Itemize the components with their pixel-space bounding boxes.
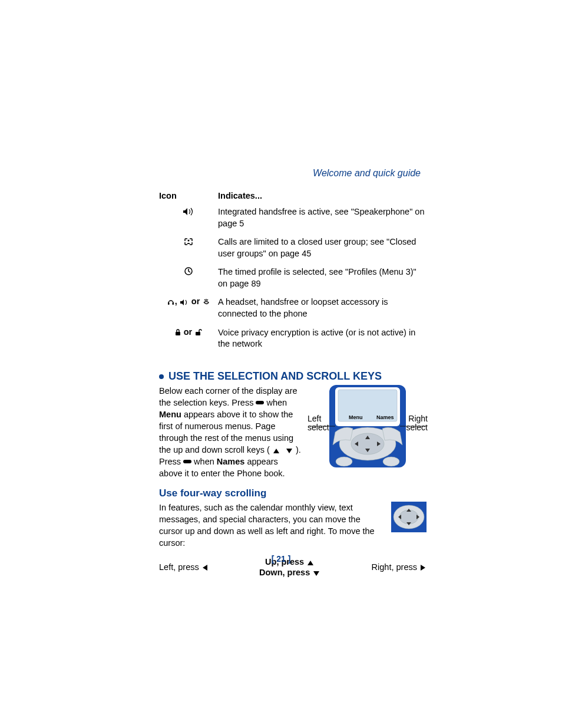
section-heading: USE THE SELECTION AND SCROLL KEYS (159, 370, 427, 383)
svg-point-17 (336, 457, 352, 466)
section2-paragraph: In features, such as the calendar monthl… (159, 502, 384, 549)
left-select-label-2: select (308, 423, 329, 432)
page-number: [ 21 ] (0, 554, 562, 564)
loopset-icon (202, 298, 210, 306)
desc-speaker: Integrated handsfree is active, see "Spe… (218, 203, 427, 233)
screen-menu-label: Menu (349, 414, 363, 420)
down-arrow-icon (286, 449, 292, 453)
desc-privacy: Voice privacy encryption is active (or i… (218, 324, 427, 354)
clock-icon (184, 266, 193, 276)
svg-rect-5 (196, 332, 200, 335)
desc-clock: The timed profile is selected, see "Prof… (218, 263, 427, 293)
subsection-heading: Use four-way scrolling (159, 487, 427, 499)
dpad-figure (391, 502, 427, 534)
svg-point-21 (399, 510, 418, 524)
screen-names-label: Names (376, 414, 394, 420)
svg-rect-4 (176, 332, 180, 335)
handsfree-icon (180, 299, 189, 306)
left-select-label-1: Left (308, 414, 329, 423)
desc-accessory: A headset, handsfree or loopset accessor… (218, 293, 427, 323)
sep-or-2: or (181, 327, 195, 337)
dir-down: Down, press (259, 568, 320, 577)
left-arrow-icon (203, 565, 207, 571)
dir-right: Right, press (372, 562, 427, 572)
right-select-label-2: select (406, 423, 428, 432)
svg-point-18 (383, 457, 399, 466)
sep-or: or (189, 297, 203, 306)
soft-key-icon (256, 401, 264, 404)
speaker-icon (183, 207, 194, 216)
up-arrow-icon (273, 449, 279, 453)
phone-figure: Menu Names Left se (309, 385, 427, 479)
th-icon: Icon (159, 189, 218, 203)
unlock-icon (194, 328, 203, 337)
svg-rect-3 (172, 302, 174, 305)
sep-comma: , (175, 297, 180, 306)
table-row: or Voice privacy encryption is active (o… (159, 324, 427, 354)
right-select-label-1: Right (406, 414, 428, 423)
icon-table: Icon Indicates... Integrated handsfree i… (159, 189, 427, 354)
running-header: Welcome and quick guide (313, 168, 421, 179)
table-row: Calls are limited to a closed user group… (159, 233, 427, 263)
table-row: , or A headset, handsfree or loopset acc… (159, 293, 427, 323)
lock-icon (174, 328, 181, 337)
section1-paragraph: Below each corner of the display are the… (159, 385, 303, 479)
th-indicates: Indicates... (218, 189, 427, 203)
svg-point-0 (188, 240, 190, 242)
dir-left: Left, press (159, 562, 209, 572)
headset-icon (167, 298, 175, 306)
table-row: Integrated handsfree is active, see "Spe… (159, 203, 427, 233)
soft-key-icon (183, 460, 191, 463)
down-arrow-icon (313, 571, 319, 576)
right-arrow-icon (421, 565, 425, 571)
desc-cug: Calls are limited to a closed user group… (218, 233, 427, 263)
closed-group-icon (184, 238, 193, 246)
table-row: The timed profile is selected, see "Prof… (159, 263, 427, 293)
svg-rect-2 (168, 302, 170, 305)
bullet-icon (159, 374, 164, 379)
